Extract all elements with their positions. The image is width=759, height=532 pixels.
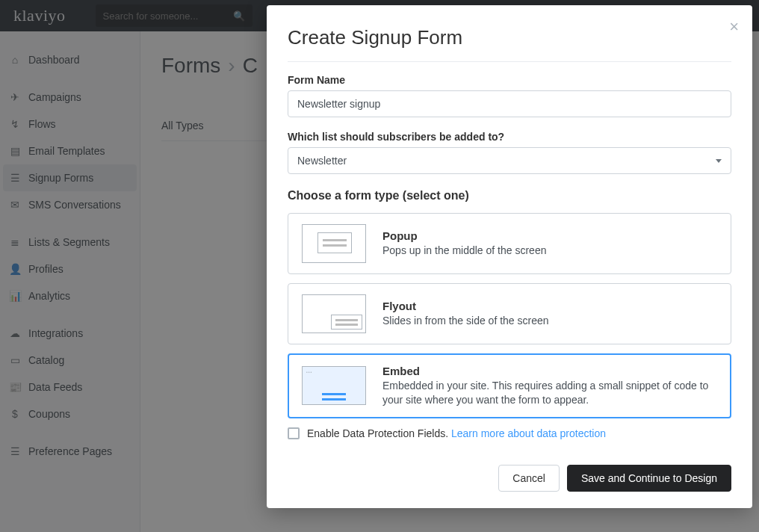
save-button[interactable]: Save and Continue to Design bbox=[567, 465, 731, 492]
form-type-desc: Pops up in the middle of the screen bbox=[382, 244, 717, 258]
form-type-embed[interactable]: ••• Embed Embedded in your site. This re… bbox=[288, 353, 731, 418]
data-protection-checkbox[interactable] bbox=[288, 427, 300, 439]
create-form-modal: × Create Signup Form Form Name Which lis… bbox=[267, 5, 752, 508]
modal-footer: Cancel Save and Continue to Design bbox=[288, 465, 731, 492]
form-type-title: Embed bbox=[382, 365, 717, 377]
form-type-title: Popup bbox=[382, 229, 717, 242]
data-protection-link[interactable]: Learn more about data protection bbox=[451, 427, 606, 439]
cancel-button[interactable]: Cancel bbox=[498, 465, 560, 492]
data-protection-checkbox-row: Enable Data Protection Fields. Learn mor… bbox=[288, 427, 731, 439]
form-type-desc: Embedded in your site. This requires add… bbox=[382, 379, 717, 407]
form-type-title: Flyout bbox=[382, 300, 717, 312]
list-select-label: Which list should subscribers be added t… bbox=[288, 131, 731, 143]
modal-title: Create Signup Form bbox=[288, 26, 731, 49]
form-type-desc: Slides in from the side of the screen bbox=[382, 314, 717, 328]
flyout-thumbnail bbox=[302, 294, 366, 333]
list-select-value: Newsletter bbox=[297, 155, 347, 167]
form-type-flyout[interactable]: Flyout Slides in from the side of the sc… bbox=[288, 283, 731, 344]
form-name-input[interactable] bbox=[288, 90, 731, 117]
divider bbox=[288, 61, 731, 62]
close-icon[interactable]: × bbox=[729, 19, 739, 35]
form-name-label: Form Name bbox=[288, 74, 731, 86]
list-select[interactable]: Newsletter bbox=[288, 147, 731, 174]
chevron-down-icon bbox=[716, 159, 722, 163]
popup-thumbnail bbox=[302, 224, 366, 263]
form-type-label: Choose a form type (select one) bbox=[288, 189, 731, 202]
embed-thumbnail: ••• bbox=[302, 366, 366, 405]
form-type-popup[interactable]: Popup Pops up in the middle of the scree… bbox=[288, 213, 731, 274]
checkbox-label: Enable Data Protection Fields. Learn mor… bbox=[307, 427, 606, 439]
